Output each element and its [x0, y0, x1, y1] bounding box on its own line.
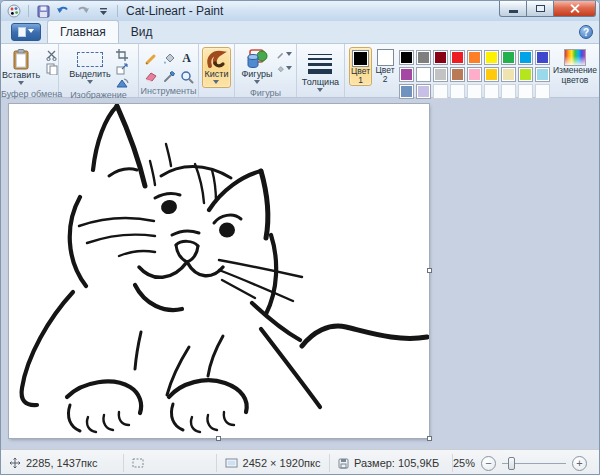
- chevron-down-icon: [28, 29, 34, 36]
- palette-swatch[interactable]: [416, 84, 431, 99]
- divider: [28, 5, 29, 17]
- pencil-tool-button[interactable]: [142, 50, 159, 67]
- palette-swatch-empty[interactable]: [518, 84, 533, 99]
- eraser-tool-button[interactable]: [142, 68, 159, 85]
- chevron-down-icon: [18, 81, 24, 88]
- group-tools: A Инструменты: [139, 44, 199, 97]
- tab-view[interactable]: Вид: [119, 21, 165, 43]
- palette-swatch[interactable]: [535, 50, 550, 65]
- shapes-button[interactable]: Фигуры: [239, 47, 274, 87]
- rotate-button[interactable]: [115, 77, 130, 89]
- scissors-icon: [46, 50, 58, 61]
- thickness-button[interactable]: Толщина: [300, 47, 341, 95]
- copy-button[interactable]: [44, 63, 59, 75]
- palette-swatch[interactable]: [450, 67, 465, 82]
- title-bar: Cat-Lineart - Paint: [1, 1, 599, 21]
- zoom-slider[interactable]: [502, 456, 566, 471]
- palette-swatch[interactable]: [416, 67, 431, 82]
- image-size-section: 2452 × 1920пкс: [217, 450, 330, 475]
- shape-outline-button[interactable]: [277, 49, 292, 61]
- palette-swatch[interactable]: [484, 67, 499, 82]
- chevron-down-icon: [286, 52, 292, 59]
- app-icon[interactable]: [6, 4, 22, 19]
- minimize-icon: [509, 10, 518, 13]
- zoom-controls: 25% − +: [453, 456, 599, 471]
- brush-icon: [205, 50, 227, 69]
- work-area: [1, 99, 599, 449]
- shape-fill-button[interactable]: [277, 63, 292, 75]
- crop-button[interactable]: [115, 49, 130, 61]
- chevron-down-icon: [213, 80, 219, 87]
- minimize-button[interactable]: [499, 1, 527, 17]
- canvas-resize-handle-bottom[interactable]: [216, 436, 221, 441]
- close-button[interactable]: [554, 1, 596, 17]
- drawing-canvas[interactable]: [9, 104, 429, 438]
- text-tool-button[interactable]: A: [178, 50, 195, 67]
- zoom-out-button[interactable]: −: [481, 456, 496, 471]
- file-size-value: Размер: 105,9КБ: [354, 457, 439, 469]
- chevron-down-icon: [286, 66, 292, 73]
- palette-swatch-empty[interactable]: [433, 84, 448, 99]
- edit-colors-button[interactable]: Изменение цветов: [555, 47, 595, 85]
- color2-swatch: [377, 49, 394, 66]
- clipboard-icon: [12, 49, 30, 70]
- color1-swatch: [352, 50, 369, 67]
- palette-swatch[interactable]: [518, 67, 533, 82]
- eyedropper-icon: [162, 70, 176, 84]
- palette-swatch[interactable]: [501, 67, 516, 82]
- palette-swatch-empty[interactable]: [484, 84, 499, 99]
- palette-swatch[interactable]: [450, 50, 465, 65]
- canvas-resize-handle-corner[interactable]: [427, 436, 432, 441]
- palette-swatch[interactable]: [501, 50, 516, 65]
- zoom-in-button[interactable]: +: [572, 456, 587, 471]
- zoom-slider-thumb[interactable]: [508, 457, 515, 470]
- palette-swatch[interactable]: [467, 67, 482, 82]
- image-size-icon: [225, 458, 238, 469]
- color1-button[interactable]: Цвет 1: [349, 47, 372, 86]
- customize-toolbar-dropdown-icon[interactable]: [95, 4, 111, 19]
- fill-can-icon: [277, 64, 284, 75]
- color-picker-tool-button[interactable]: [160, 68, 177, 85]
- palette-swatch[interactable]: [484, 50, 499, 65]
- brushes-button[interactable]: Кисти: [202, 47, 232, 88]
- palette-swatch[interactable]: [399, 67, 414, 82]
- help-button[interactable]: ?: [579, 25, 593, 39]
- palette-swatch-empty[interactable]: [535, 84, 550, 99]
- palette-swatch[interactable]: [467, 50, 482, 65]
- resize-icon: [116, 63, 128, 75]
- magnifier-tool-button[interactable]: [178, 68, 195, 85]
- tab-home[interactable]: Главная: [47, 20, 119, 43]
- paste-button[interactable]: Вставить: [0, 47, 42, 88]
- pencil-icon: [144, 52, 158, 66]
- cut-button[interactable]: [44, 49, 59, 61]
- brushes-label: Кисти: [205, 69, 229, 79]
- palette-swatch-empty[interactable]: [450, 84, 465, 99]
- window-title: Cat-Lineart - Paint: [126, 4, 223, 18]
- canvas-resize-handle-right[interactable]: [427, 268, 432, 273]
- palette-swatch[interactable]: [399, 84, 414, 99]
- palette-swatch-empty[interactable]: [467, 84, 482, 99]
- fill-tool-button[interactable]: [160, 50, 177, 67]
- undo-button[interactable]: [55, 4, 71, 19]
- palette-swatch[interactable]: [433, 67, 448, 82]
- color2-button[interactable]: Цвет 2: [374, 47, 396, 84]
- select-button[interactable]: Выделить: [67, 47, 113, 87]
- palette-swatch[interactable]: [433, 50, 448, 65]
- file-menu-button[interactable]: [11, 23, 41, 41]
- paint-window: Cat-Lineart - Paint Главная Вид ? Встави…: [0, 0, 600, 475]
- file-size-section: Размер: 105,9КБ: [330, 450, 452, 475]
- image-size-value: 2452 × 1920пкс: [243, 457, 321, 469]
- line-thickness-icon: [308, 49, 332, 74]
- palette-swatch[interactable]: [416, 50, 431, 65]
- group-brushes: Кисти: [199, 44, 235, 97]
- resize-button[interactable]: [115, 63, 130, 75]
- redo-button[interactable]: [75, 4, 91, 19]
- palette-swatch[interactable]: [399, 50, 414, 65]
- save-button[interactable]: [35, 4, 51, 19]
- palette-swatch[interactable]: [535, 67, 550, 82]
- divider: [117, 5, 118, 17]
- palette-swatch-empty[interactable]: [501, 84, 516, 99]
- chevron-down-icon: [317, 88, 323, 95]
- maximize-button[interactable]: [527, 1, 554, 17]
- palette-swatch[interactable]: [518, 50, 533, 65]
